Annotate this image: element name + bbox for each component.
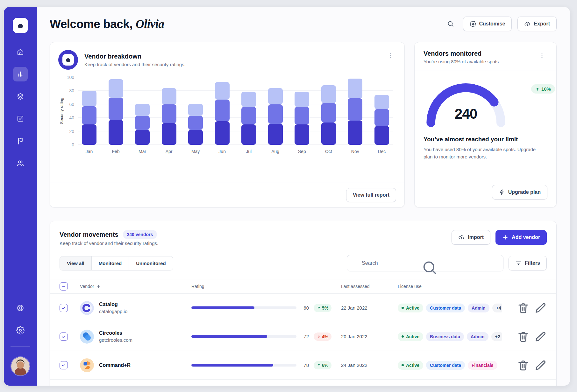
x-axis-label: Apr — [166, 149, 173, 154]
bar-segment-low — [295, 124, 309, 145]
add-vendor-button[interactable]: Add vendor — [495, 230, 547, 245]
bar-segment-low — [268, 124, 283, 145]
export-button[interactable]: Export — [517, 17, 557, 31]
limit-title: You’ve almost reached your limit — [424, 136, 547, 143]
sidebar-divider — [11, 346, 30, 347]
arrow-up-icon — [317, 363, 321, 367]
tab-monitored[interactable]: Monitored — [92, 256, 129, 270]
table-header: Vendor Rating Last assessed License use — [50, 279, 556, 294]
bar-group-mar: Mar — [135, 77, 150, 154]
gear-icon — [470, 21, 476, 27]
bar-group-aug: Aug — [268, 77, 283, 154]
bar-segment-high — [295, 92, 309, 107]
card-menu-button[interactable] — [385, 50, 396, 61]
edit-button[interactable] — [534, 302, 547, 314]
arrow-up-icon — [535, 87, 540, 91]
column-vendor-sort[interactable]: Vendor — [80, 284, 101, 289]
rating-delta-badge: 6% — [314, 361, 331, 369]
card-title: Vendor breakdown — [84, 53, 186, 60]
sidebar-item-checks[interactable] — [13, 111, 28, 126]
delete-button[interactable] — [517, 302, 530, 314]
rating-delta-badge: 4% — [314, 332, 331, 341]
edit-button[interactable] — [534, 359, 547, 372]
row-checkbox[interactable] — [60, 361, 68, 369]
bar-segment-high — [348, 79, 362, 98]
life-buoy-icon — [16, 304, 25, 312]
x-axis-label: Nov — [351, 149, 359, 154]
bar-segment-high — [215, 82, 230, 100]
sidebar-item-support[interactable] — [13, 301, 28, 315]
license-tag: Admin — [468, 304, 489, 312]
upgrade-plan-button[interactable]: Upgrade plan — [492, 185, 547, 200]
x-axis-label: Jun — [218, 149, 226, 154]
app-logo[interactable] — [13, 18, 28, 33]
dots-vertical-icon — [387, 52, 394, 59]
bar-segment-high — [188, 104, 203, 116]
vendor-logo — [80, 330, 94, 344]
tab-unmonitored[interactable]: Unmonitored — [129, 256, 173, 270]
delete-button[interactable] — [517, 330, 530, 343]
pencil-icon — [534, 330, 547, 343]
bar-segment-low — [348, 121, 362, 145]
row-checkbox[interactable] — [60, 332, 68, 341]
vendor-logo — [80, 301, 94, 315]
x-axis-label: Jan — [86, 149, 93, 154]
bar-segment-mid — [135, 116, 150, 130]
tab-view-all[interactable]: View all — [60, 256, 92, 270]
row-checkbox[interactable] — [60, 304, 68, 312]
x-axis-label: Oct — [325, 149, 332, 154]
license-tag: Customer data — [426, 304, 465, 312]
last-assessed-value: 20 Jan 2022 — [341, 334, 398, 339]
bar-group-apr: Apr — [162, 77, 176, 154]
delete-button[interactable] — [517, 359, 530, 372]
bar-segment-mid — [374, 109, 389, 126]
column-license-use: License use — [398, 284, 502, 289]
user-name: Olivia — [136, 18, 164, 31]
bar-group-dec: Dec — [374, 77, 389, 154]
sidebar-item-home[interactable] — [13, 45, 28, 59]
sidebar-item-settings[interactable] — [13, 323, 28, 338]
vendor-name: Command+R — [99, 362, 131, 368]
x-axis-label: Sep — [298, 149, 306, 154]
rating-bar — [191, 306, 296, 309]
bar-segment-mid — [162, 104, 176, 123]
view-full-report-button[interactable]: View full report — [346, 188, 396, 202]
app-window: Welcome back, Olivia Customise Export Ve… — [4, 7, 570, 386]
license-tag: Customer data — [426, 361, 465, 370]
table-row: Catalogcatalogapp.io 60 5% 22 Jan 2022 A… — [50, 294, 556, 322]
edit-button[interactable] — [534, 330, 547, 343]
bar-segment-mid — [241, 107, 256, 124]
trash-icon — [517, 359, 530, 372]
layers-icon — [16, 92, 25, 101]
main-content: Welcome back, Olivia Customise Export Ve… — [37, 7, 570, 386]
filters-button[interactable]: Filters — [509, 256, 547, 270]
license-tag: Financials — [468, 361, 497, 370]
x-axis-label: Aug — [271, 149, 279, 154]
sidebar — [4, 7, 37, 386]
users-icon — [16, 159, 25, 167]
minus-icon — [61, 284, 66, 289]
import-button[interactable]: Import — [452, 230, 490, 245]
sidebar-item-analytics[interactable] — [13, 67, 28, 81]
last-assessed-value: 24 Jan 2022 — [341, 362, 398, 368]
bar-group-oct: Oct — [321, 77, 336, 154]
bar-segment-high — [135, 104, 150, 116]
sidebar-item-team[interactable] — [13, 156, 28, 171]
x-axis-label: Mar — [139, 149, 146, 154]
vendor-breakdown-logo — [58, 50, 78, 70]
sidebar-item-flags[interactable] — [13, 134, 28, 148]
customise-button[interactable]: Customise — [463, 17, 512, 31]
card-menu-button[interactable] — [537, 50, 547, 61]
x-axis-label: Jul — [246, 149, 252, 154]
usage-gauge: 240 — [424, 78, 508, 128]
bar-segment-mid — [109, 98, 123, 120]
rating-delta-badge: 5% — [314, 304, 331, 312]
user-avatar[interactable] — [11, 356, 30, 376]
bar-segment-high — [162, 88, 176, 104]
sidebar-item-layers[interactable] — [13, 89, 28, 104]
vendor-name: Catalog — [99, 302, 127, 307]
search-button[interactable] — [444, 17, 457, 31]
select-all-checkbox[interactable] — [60, 282, 68, 290]
license-tag: +4 — [492, 304, 502, 312]
bar-segment-high — [374, 95, 389, 109]
